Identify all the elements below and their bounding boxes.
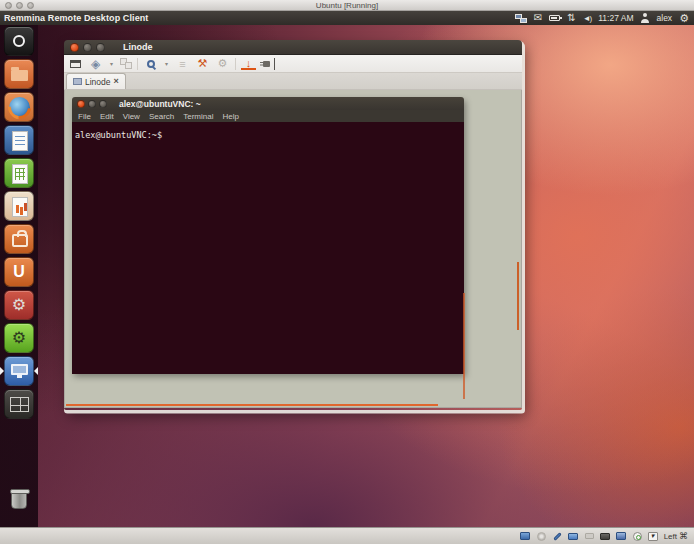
command-key-icon: ⌘ bbox=[679, 531, 688, 541]
display-icon[interactable] bbox=[616, 531, 627, 541]
remmina-window: Linode ◈ ▾ ▾ ≡ ⚒ ⚙ ↓ Linode × bbox=[64, 40, 522, 410]
user-menu[interactable]: alex bbox=[657, 13, 673, 23]
menu-search[interactable]: Search bbox=[149, 112, 174, 121]
terminal-edge-artifact bbox=[463, 293, 465, 399]
clock[interactable]: 11:27 AM bbox=[598, 13, 633, 23]
fit-window-caret[interactable]: ▾ bbox=[108, 60, 115, 67]
vm-window-titlebar: Ubuntu [Running] bbox=[0, 0, 694, 11]
files-icon bbox=[4, 59, 34, 89]
launcher-workspace-switcher[interactable] bbox=[0, 388, 38, 421]
user-icon bbox=[641, 13, 650, 23]
terminal-window-title: alex@ubuntuVNC: ~ bbox=[119, 99, 201, 109]
tab-close-icon[interactable]: × bbox=[114, 77, 119, 86]
launcher-remmina[interactable] bbox=[0, 355, 38, 388]
firefox-icon bbox=[4, 92, 34, 122]
network-adapters-icon[interactable] bbox=[568, 531, 579, 541]
launcher-software-center[interactable] bbox=[0, 223, 38, 256]
settings-icon[interactable]: ⚙ bbox=[215, 57, 230, 71]
audio-icon[interactable] bbox=[552, 531, 563, 541]
import-icon[interactable]: ↓ bbox=[241, 58, 256, 70]
remmina-icon bbox=[4, 356, 34, 386]
launcher-libreoffice-calc[interactable] bbox=[0, 157, 38, 190]
ubuntu-one-icon: U bbox=[4, 257, 34, 287]
usb-icon[interactable] bbox=[584, 531, 595, 541]
libreoffice-calc-icon bbox=[4, 158, 34, 188]
launcher-ubuntu-one[interactable]: U bbox=[0, 256, 38, 289]
terminal-menubar: File Edit View Search Terminal Help bbox=[72, 110, 464, 122]
indicator-area: ✉ ⇅ ◄) 11:27 AM alex ⚙ bbox=[515, 12, 689, 24]
remmina-tab-bar: Linode × bbox=[64, 73, 522, 90]
terminal-close-button[interactable] bbox=[77, 100, 85, 108]
menu-help[interactable]: Help bbox=[222, 112, 238, 121]
optical-drives-icon[interactable] bbox=[536, 531, 547, 541]
launcher-libreoffice-impress[interactable] bbox=[0, 190, 38, 223]
launcher-trash[interactable] bbox=[0, 484, 38, 517]
terminal-titlebar[interactable]: alex@ubuntuVNC: ~ bbox=[72, 97, 464, 110]
unity-launcher: U ⚙ ⚙ bbox=[0, 25, 38, 527]
battery-icon[interactable] bbox=[549, 15, 560, 21]
tab-linode[interactable]: Linode × bbox=[66, 73, 126, 89]
workspace-switcher-icon bbox=[4, 389, 34, 419]
mail-icon[interactable]: ✉ bbox=[534, 12, 542, 24]
trash-icon bbox=[4, 485, 34, 515]
ubuntu-top-panel: Remmina Remote Desktop Client ✉ ⇅ ◄) 11:… bbox=[0, 11, 694, 25]
launcher-system-settings[interactable]: ⚙ bbox=[0, 289, 38, 322]
sync-arrows-icon[interactable]: ⇅ bbox=[567, 12, 575, 24]
remmina-minimize-button[interactable] bbox=[83, 43, 92, 52]
vnc-viewport[interactable]: alex@ubuntuVNC: ~ File Edit View Search … bbox=[64, 90, 522, 408]
launcher-firefox[interactable] bbox=[0, 91, 38, 124]
focused-app-arrow-right bbox=[34, 367, 38, 375]
host-key-label: Left bbox=[664, 532, 677, 541]
remmina-titlebar[interactable]: Linode bbox=[64, 40, 522, 55]
menu-edit[interactable]: Edit bbox=[100, 112, 114, 121]
toolbar-separator bbox=[235, 58, 236, 70]
session-gear-icon[interactable]: ⚙ bbox=[679, 12, 689, 24]
vbox-status-bar: Left ⌘ bbox=[0, 527, 694, 544]
shared-folders-icon[interactable] bbox=[600, 531, 611, 541]
launcher-software-updater[interactable]: ⚙ bbox=[0, 322, 38, 355]
libreoffice-writer-icon bbox=[4, 125, 34, 155]
remmina-close-button[interactable] bbox=[70, 43, 79, 52]
remmina-maximize-button[interactable] bbox=[96, 43, 105, 52]
menu-view[interactable]: View bbox=[123, 112, 140, 121]
launcher-dash-home[interactable] bbox=[0, 25, 38, 58]
terminal-window: alex@ubuntuVNC: ~ File Edit View Search … bbox=[72, 97, 464, 374]
terminal-screen[interactable]: alex@ubuntuVNC:~$ bbox=[72, 122, 464, 374]
app-menu-label[interactable]: Remmina Remote Desktop Client bbox=[4, 13, 148, 23]
libreoffice-impress-icon bbox=[4, 191, 34, 221]
vm-window-title: Ubuntu [Running] bbox=[0, 0, 694, 11]
zoom-caret[interactable]: ▾ bbox=[163, 60, 170, 67]
fit-window-icon[interactable]: ◈ bbox=[88, 57, 103, 71]
duplicate-icon[interactable] bbox=[120, 58, 132, 69]
fullscreen-icon[interactable] bbox=[68, 57, 83, 71]
software-updater-gear-icon: ⚙ bbox=[4, 323, 34, 353]
system-settings-gear-icon: ⚙ bbox=[4, 290, 34, 320]
terminal-maximize-button[interactable] bbox=[99, 100, 107, 108]
zoom-icon[interactable] bbox=[143, 57, 158, 71]
software-center-icon bbox=[4, 224, 34, 254]
keyboard-capture-icon[interactable] bbox=[648, 531, 659, 541]
remmina-window-title: Linode bbox=[123, 42, 153, 52]
launcher-libreoffice-writer[interactable] bbox=[0, 124, 38, 157]
toolbar-separator bbox=[137, 58, 138, 70]
disconnect-plug-icon[interactable] bbox=[261, 58, 275, 70]
launcher-files[interactable] bbox=[0, 58, 38, 91]
network-icon[interactable] bbox=[515, 14, 527, 23]
menu-file[interactable]: File bbox=[78, 112, 91, 121]
grab-keyboard-icon[interactable]: ≡ bbox=[175, 57, 190, 71]
dash-home-icon bbox=[4, 26, 34, 56]
tab-label: Linode bbox=[85, 77, 111, 87]
host-key-indicator: Left ⌘ bbox=[664, 531, 688, 541]
shell-prompt: alex@ubuntuVNC:~$ bbox=[75, 130, 162, 140]
remmina-toolbar: ◈ ▾ ▾ ≡ ⚒ ⚙ ↓ bbox=[64, 55, 522, 73]
hard-disks-icon[interactable] bbox=[520, 531, 531, 541]
remote-desktop-edge-line bbox=[517, 262, 519, 330]
mouse-integration-icon[interactable] bbox=[632, 531, 643, 541]
screen: Ubuntu [Running] Remmina Remote Desktop … bbox=[0, 0, 694, 544]
menu-terminal[interactable]: Terminal bbox=[183, 112, 213, 121]
terminal-minimize-button[interactable] bbox=[88, 100, 96, 108]
volume-icon[interactable]: ◄) bbox=[583, 12, 592, 24]
tab-monitor-icon bbox=[73, 78, 82, 85]
tools-icon[interactable]: ⚒ bbox=[195, 57, 210, 71]
remote-desktop-edge-strip bbox=[66, 404, 438, 406]
